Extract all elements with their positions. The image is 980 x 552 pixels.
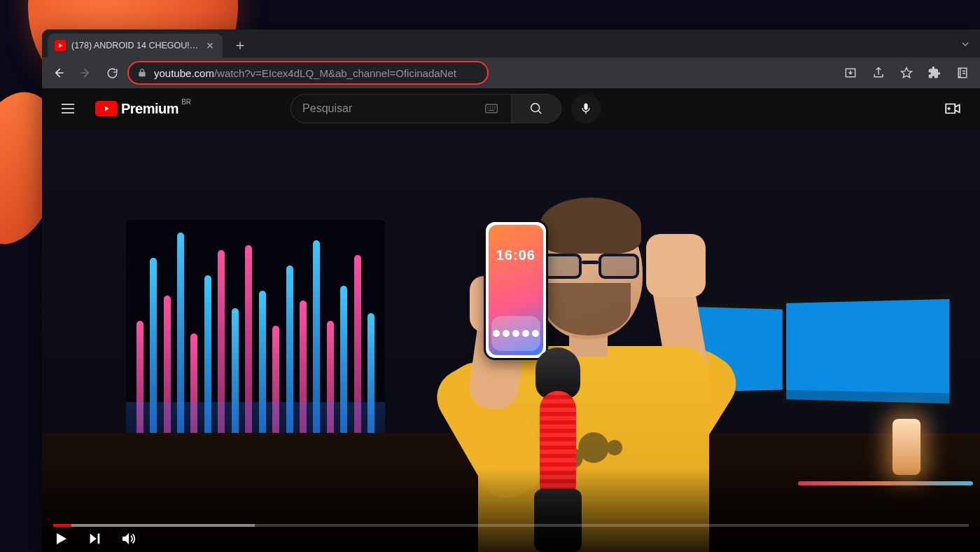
monitor-right: [783, 294, 954, 408]
progress-played: [53, 524, 71, 527]
search-box[interactable]: [290, 94, 510, 123]
youtube-favicon-icon: [55, 40, 66, 51]
browser-tab-active[interactable]: (178) ANDROID 14 CHEGOU! Tod: [48, 34, 223, 57]
video-frame: 16:06: [42, 129, 980, 552]
create-video-button[interactable]: [938, 94, 967, 123]
search-button[interactable]: [511, 94, 561, 123]
reading-list-icon[interactable]: [951, 61, 974, 85]
url-domain: youtube.com: [154, 68, 214, 78]
back-button[interactable]: [48, 62, 70, 84]
play-button[interactable]: [52, 530, 70, 548]
extensions-icon[interactable]: [923, 61, 946, 85]
tab-title: (178) ANDROID 14 CHEGOU! Tod: [71, 41, 199, 50]
browser-window: (178) ANDROID 14 CHEGOU! Tod: [42, 29, 980, 552]
next-button[interactable]: [85, 530, 104, 548]
youtube-header: Premium BR: [42, 88, 980, 129]
search-container: [290, 94, 600, 123]
tab-close-icon[interactable]: [204, 40, 216, 51]
url-path: /watch?v=EIcex4dLQ_M&ab_channel=Oficinad…: [214, 68, 456, 78]
search-input[interactable]: [302, 102, 482, 115]
youtube-premium-logo[interactable]: Premium BR: [95, 101, 178, 117]
country-code: BR: [181, 98, 191, 106]
browser-toolbar: youtube.com/watch?v=EIcex4dLQ_M&ab_chann…: [42, 57, 980, 88]
forward-button[interactable]: [74, 62, 97, 84]
volume-button[interactable]: [119, 530, 137, 548]
share-icon[interactable]: [867, 61, 890, 85]
url-text: youtube.com/watch?v=EIcex4dLQ_M&ab_chann…: [154, 68, 456, 78]
smartphone-held: 16:06: [484, 220, 548, 360]
video-player[interactable]: 16:06: [42, 129, 980, 552]
youtube-page: Premium BR: [42, 88, 980, 552]
phone-clock: 16:06: [486, 247, 546, 263]
lock-icon: [137, 68, 147, 78]
bookmark-star-icon[interactable]: [895, 61, 918, 85]
progress-bar[interactable]: [53, 524, 969, 527]
voice-search-button[interactable]: [571, 94, 601, 123]
smart-lamp: [892, 419, 920, 475]
install-app-icon[interactable]: [839, 61, 862, 85]
youtube-mark-icon: [95, 101, 118, 116]
menu-button[interactable]: [55, 95, 81, 122]
glasses: [541, 254, 639, 280]
tabs-dropdown-icon[interactable]: [955, 34, 976, 55]
keyboard-icon[interactable]: [483, 102, 500, 116]
address-bar[interactable]: youtube.com/watch?v=EIcex4dLQ_M&ab_chann…: [127, 61, 489, 85]
video-controls: [42, 524, 980, 552]
new-tab-button[interactable]: [230, 35, 251, 56]
logo-text: Premium: [121, 101, 178, 117]
reload-button[interactable]: [101, 62, 123, 84]
tab-strip: (178) ANDROID 14 CHEGOU! Tod: [42, 29, 980, 57]
progress-buffered: [53, 524, 255, 527]
